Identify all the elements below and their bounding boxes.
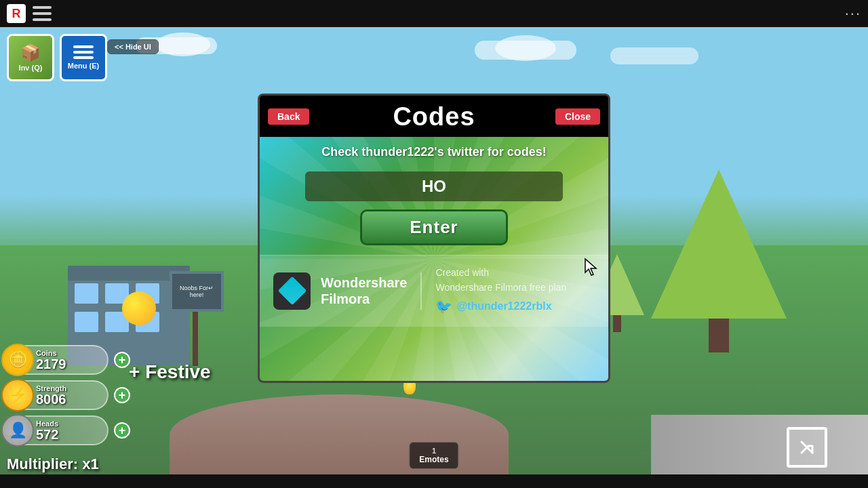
filmora-brand: WondershareFilmora — [321, 274, 407, 307]
modal-twitter-text: Check thunder1222's twitter for codes! — [260, 137, 608, 165]
code-input[interactable] — [305, 171, 563, 201]
twitter-bird-icon: 🐦 — [435, 296, 452, 317]
twitter-handle: 🐦 @thunder1222rblx — [435, 296, 566, 317]
modal-close-button[interactable]: Close — [555, 108, 600, 124]
filmora-name-text: WondershareFilmora — [321, 274, 407, 307]
enter-code-button[interactable]: Enter — [360, 209, 507, 245]
modal-enter-row: Enter — [260, 204, 608, 255]
filmora-diamond-icon — [277, 277, 306, 305]
modal-overlay: Back Codes Close Check thunder1222's twi… — [0, 0, 868, 488]
twitter-username: @thunder1222rblx — [456, 298, 551, 315]
filmora-divider — [420, 272, 422, 310]
filmora-right-col: Created with Wondershare Filmora free pl… — [435, 265, 566, 317]
filmora-created-text: Created with — [435, 265, 566, 280]
filmora-plan-text: Wondershare Filmora free plan — [435, 280, 566, 295]
modal-header: Back Codes Close — [260, 96, 608, 137]
modal-input-row — [260, 165, 608, 204]
modal-back-button[interactable]: Back — [268, 108, 309, 124]
filmora-logo — [273, 272, 311, 310]
modal-body: Check thunder1222's twitter for codes! E… — [260, 137, 608, 381]
filmora-watermark: WondershareFilmora Created with Wondersh… — [260, 255, 608, 327]
modal-title: Codes — [273, 102, 595, 131]
codes-modal: Back Codes Close Check thunder1222's twi… — [258, 94, 610, 383]
